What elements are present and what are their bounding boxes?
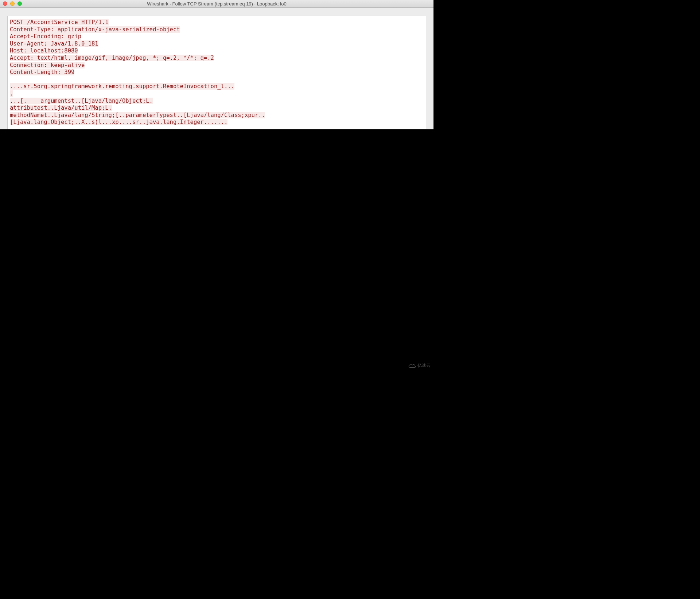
stream-line: ...[. argumentst..[Ljava/lang/Object;L. xyxy=(10,98,153,104)
stream-line: [Ljava.lang.Object;..X..s)l...xp....sr..… xyxy=(10,119,228,125)
maximize-button[interactable] xyxy=(18,1,22,6)
traffic-lights xyxy=(3,1,22,6)
minimize-button[interactable] xyxy=(10,1,15,6)
stream-line: Connection: keep-alive xyxy=(10,62,85,68)
stream-line: Accept-Encoding: gzip xyxy=(10,33,81,40)
stream-line: Host: localhost:8080 xyxy=(10,47,78,54)
titlebar[interactable]: Wireshark · Follow TCP Stream (tcp.strea… xyxy=(0,0,433,8)
stream-line: ....sr.5org.springframework.remoting.sup… xyxy=(10,83,234,90)
stream-line: User-Agent: Java/1.8.0_181 xyxy=(10,40,98,47)
stream-line: methodNamet..Ljava/lang/String;[..parame… xyxy=(10,112,265,118)
tcp-stream-text[interactable]: POST /AccountService HTTP/1.1 Content-Ty… xyxy=(7,16,426,129)
window-title: Wireshark · Follow TCP Stream (tcp.strea… xyxy=(147,1,286,7)
black-region xyxy=(0,129,433,371)
watermark-text: 亿速云 xyxy=(417,363,431,369)
cloud-icon xyxy=(408,363,416,368)
stream-line: Content-Length: 399 xyxy=(10,69,74,75)
wireshark-window: Wireshark · Follow TCP Stream (tcp.strea… xyxy=(0,0,433,129)
stream-line: attributest..Ljava/util/Map;L. xyxy=(10,105,112,111)
stream-line: Accept: text/html, image/gif, image/jpeg… xyxy=(10,55,214,61)
stream-line: POST /AccountService HTTP/1.1 xyxy=(10,19,109,26)
content-area: POST /AccountService HTTP/1.1 Content-Ty… xyxy=(0,8,433,129)
stream-line: Content-Type: application/x-java-seriali… xyxy=(10,26,180,33)
close-button[interactable] xyxy=(3,1,7,6)
watermark: 亿速云 xyxy=(408,363,431,369)
stream-line: . xyxy=(10,90,13,97)
